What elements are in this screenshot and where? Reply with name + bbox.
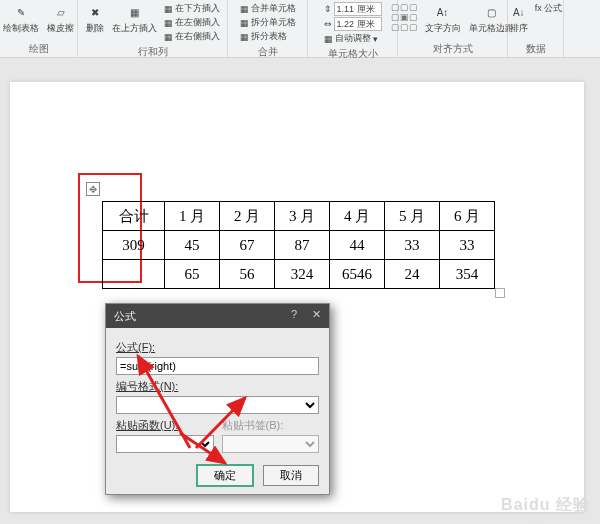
group-draw-title: 绘图: [29, 42, 49, 56]
ok-button[interactable]: 确定: [197, 465, 253, 486]
split-table-button[interactable]: ▦ 拆分表格: [240, 30, 296, 43]
insert-right-button[interactable]: ▦ 在右侧插入: [164, 30, 220, 43]
table-resize-handle[interactable]: [495, 288, 505, 298]
watermark: Baidu 经验: [501, 495, 590, 516]
dialog-titlebar[interactable]: 公式 ? ✕: [106, 304, 329, 328]
dialog-title: 公式: [114, 309, 136, 324]
table-row: 65 56 324 6546 24 354: [103, 260, 495, 289]
group-data-title: 数据: [526, 42, 546, 56]
cancel-button[interactable]: 取消: [263, 465, 319, 486]
table-cell[interactable]: 6546: [330, 260, 385, 289]
eraser-button[interactable]: ▱橡皮擦: [46, 2, 75, 36]
merge-cells-button[interactable]: ▦ 合并单元格: [240, 2, 296, 15]
eraser-icon: ▱: [52, 3, 70, 21]
table-header[interactable]: 5 月: [385, 202, 440, 231]
table-cell[interactable]: 45: [165, 231, 220, 260]
group-align-title: 对齐方式: [433, 42, 473, 56]
table-cell[interactable]: 324: [275, 260, 330, 289]
watermark-sub: jingyan.baidu.com: [526, 515, 590, 524]
data-table[interactable]: 合计 1 月 2 月 3 月 4 月 5 月 6 月 309 45 67 87 …: [102, 201, 495, 289]
insert-above-icon: ▦: [126, 3, 144, 21]
table-header[interactable]: 1 月: [165, 202, 220, 231]
sort-icon: A↓: [510, 3, 528, 21]
table-cell[interactable]: 56: [220, 260, 275, 289]
table-header[interactable]: 6 月: [440, 202, 495, 231]
table-header[interactable]: 3 月: [275, 202, 330, 231]
close-icon[interactable]: ✕: [312, 308, 321, 321]
document-canvas: ✥ 合计 1 月 2 月 3 月 4 月 5 月 6 月 309 45 67 8…: [0, 58, 600, 524]
draw-table-button[interactable]: ✎绘制表格: [2, 2, 40, 36]
table-header[interactable]: 4 月: [330, 202, 385, 231]
numfmt-select[interactable]: [116, 396, 319, 414]
group-merge-title: 合并: [258, 45, 278, 59]
insert-left-button[interactable]: ▦ 在左侧插入: [164, 16, 220, 29]
formula-dialog: 公式 ? ✕ 公式(F): 编号格式(N): 粘贴函数(U): 粘贴书签(B):…: [105, 303, 330, 495]
numfmt-label: 编号格式(N):: [116, 379, 319, 394]
paste-bm-select: [222, 435, 320, 453]
delete-icon: ✖: [86, 3, 104, 21]
paste-bm-label: 粘贴书签(B):: [222, 418, 320, 433]
table-header[interactable]: 2 月: [220, 202, 275, 231]
sort-button[interactable]: A↓排序: [509, 2, 529, 36]
table-cell[interactable]: 354: [440, 260, 495, 289]
table-cell[interactable]: 33: [440, 231, 495, 260]
insert-below-button[interactable]: ▦ 在下方插入: [164, 2, 220, 15]
formula-button[interactable]: fx 公式: [535, 2, 563, 15]
ribbon: ✎绘制表格 ▱橡皮擦 绘图 ✖删除 ▦在上方插入 ▦ 在下方插入 ▦ 在左侧插入…: [0, 0, 600, 58]
split-cells-button[interactable]: ▦ 拆分单元格: [240, 16, 296, 29]
paste-fn-select[interactable]: [116, 435, 214, 453]
table-cell[interactable]: 65: [165, 260, 220, 289]
text-direction-icon: A↕: [434, 3, 452, 21]
table-cell[interactable]: 33: [385, 231, 440, 260]
delete-button[interactable]: ✖删除: [85, 2, 105, 36]
table-cell[interactable]: 309: [103, 231, 165, 260]
row-height-input[interactable]: ⇕ 1.11 厘米: [324, 2, 382, 16]
table-cell[interactable]: [103, 260, 165, 289]
autofit-button[interactable]: ▦ 自动调整 ▾: [324, 32, 382, 45]
col-width-input[interactable]: ⇔ 1.22 厘米: [324, 17, 382, 31]
table-row: 合计 1 月 2 月 3 月 4 月 5 月 6 月: [103, 202, 495, 231]
formula-label: 公式(F):: [116, 340, 319, 355]
insert-above-button[interactable]: ▦在上方插入: [111, 2, 158, 36]
table-cell[interactable]: 44: [330, 231, 385, 260]
align-grid[interactable]: ▢▢▢▢▣▢▢▢▢: [391, 2, 418, 32]
table-row: 309 45 67 87 44 33 33: [103, 231, 495, 260]
group-rowcol-title: 行和列: [138, 45, 168, 59]
text-direction-button[interactable]: A↕文字方向: [424, 2, 462, 36]
pencil-icon: ✎: [12, 3, 30, 21]
table-cell[interactable]: 87: [275, 231, 330, 260]
formula-input[interactable]: [116, 357, 319, 375]
margins-icon: ▢: [482, 3, 500, 21]
table-header[interactable]: 合计: [103, 202, 165, 231]
table-cell[interactable]: 67: [220, 231, 275, 260]
table-cell[interactable]: 24: [385, 260, 440, 289]
paste-fn-label: 粘贴函数(U):: [116, 418, 214, 433]
help-icon[interactable]: ?: [291, 308, 297, 320]
